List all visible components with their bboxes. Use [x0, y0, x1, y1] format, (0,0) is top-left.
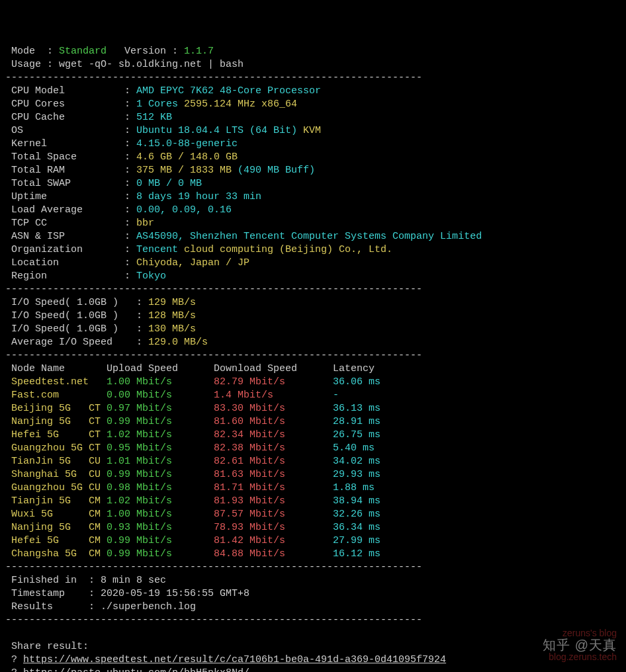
divider: ----------------------------------------… — [5, 284, 422, 295]
node-name: Hefei 5G CT — [5, 429, 107, 441]
sys-value: Tokyo — [136, 271, 166, 282]
sys-value: 512 KB — [136, 112, 172, 123]
sys-value: bbr — [136, 218, 154, 229]
sys-extra: (490 MB Buff) — [232, 165, 315, 176]
upload-speed: 0.98 Mbit/s — [107, 482, 214, 493]
watermark-line3: blog.zeruns.tech — [543, 651, 617, 663]
download-speed: 81.93 Mbit/s — [214, 495, 333, 507]
sys-value: 4.15.0-88-generic — [136, 138, 238, 149]
io-label: I/O Speed( 1.0GB ) : — [5, 323, 148, 335]
sys-value: 8 days 19 hour 33 min — [136, 191, 261, 202]
download-speed: 82.34 Mbit/s — [214, 429, 333, 441]
share-prefix: ? — [5, 667, 23, 672]
latency: 16.12 ms — [333, 548, 380, 560]
download-speed: 82.38 Mbit/s — [214, 442, 333, 454]
io-label: I/O Speed( 1.0GB ) : — [5, 310, 148, 321]
sys-extra: cloud computing (Beijing) Co., Ltd. — [178, 244, 392, 255]
divider: ----------------------------------------… — [5, 614, 422, 626]
terminal-output: Mode : Standard Version : 1.1.7 Usage : … — [5, 45, 621, 672]
latency: 36.06 ms — [333, 376, 380, 388]
share-prefix: ? — [5, 654, 23, 665]
sys-label: CPU Cores : — [5, 99, 136, 110]
latency: 5.40 ms — [333, 442, 375, 454]
node-name: Fast.com — [5, 390, 107, 401]
sys-label: CPU Model : — [5, 85, 136, 97]
sys-label: OS : — [5, 125, 136, 136]
node-name: Hefei 5G CM — [5, 535, 107, 546]
download-speed: 83.30 Mbit/s — [214, 403, 333, 414]
io-label: I/O Speed( 1.0GB ) : — [5, 297, 148, 308]
results-line: Results : ./superbench.log — [5, 601, 196, 612]
download-speed: 84.88 Mbit/s — [214, 548, 333, 560]
sys-value: 4.6 GB / 148.0 GB — [136, 151, 238, 163]
download-speed: 82.61 Mbit/s — [214, 456, 333, 467]
divider: ----------------------------------------… — [5, 72, 422, 83]
io-value: 129 MB/s — [148, 297, 196, 308]
download-speed: 78.93 Mbit/s — [214, 522, 333, 533]
latency: 27.99 ms — [333, 535, 380, 546]
download-speed: 81.71 Mbit/s — [214, 482, 333, 493]
share-title: Share result: — [5, 641, 89, 652]
io-block: I/O Speed( 1.0GB ) : 129 MB/s I/O Speed(… — [5, 296, 621, 349]
speedtest-header: Node Name Upload Speed Download Speed La… — [5, 363, 404, 374]
download-speed: 87.57 Mbit/s — [214, 509, 333, 520]
sys-value: 1 Cores — [136, 99, 178, 110]
upload-speed: 1.01 Mbit/s — [107, 456, 214, 467]
usage-line: Usage : wget -qO- sb.oldking.net | bash — [5, 59, 244, 70]
download-speed: 81.42 Mbit/s — [214, 535, 333, 546]
divider: ----------------------------------------… — [5, 350, 422, 361]
sys-value: AMD EPYC 7K62 48-Core Processor — [136, 85, 321, 97]
sys-value: 0.00, 0.09, 0.16 — [136, 204, 232, 216]
timestamp-line: Timestamp : 2020-05-19 15:56:55 GMT+8 — [5, 588, 249, 599]
upload-speed: 0.99 Mbit/s — [107, 416, 214, 427]
upload-speed: 0.95 Mbit/s — [107, 442, 214, 454]
sys-label: Total Space : — [5, 151, 136, 163]
watermark: zeruns's blog 知乎 @天真 blog.zeruns.tech — [543, 627, 617, 663]
sys-value: Ubuntu 18.04.4 LTS (64 Bit) — [136, 125, 297, 136]
upload-speed: 0.93 Mbit/s — [107, 522, 214, 533]
divider: ----------------------------------------… — [5, 562, 422, 573]
latency: 28.91 ms — [333, 416, 380, 427]
latency: 36.34 ms — [333, 522, 380, 533]
sys-label: Total RAM : — [5, 165, 136, 176]
download-speed: 81.60 Mbit/s — [214, 416, 333, 427]
node-name: Guangzhou 5G CU — [5, 482, 107, 493]
node-name: Speedtest.net — [5, 376, 107, 388]
version-label: Version : — [107, 46, 184, 57]
latency: - — [333, 390, 339, 401]
upload-speed: 0.99 Mbit/s — [107, 535, 214, 546]
latency: 36.13 ms — [333, 403, 380, 414]
node-name: Wuxi 5G CM — [5, 509, 107, 520]
node-name: TianJin 5G CU — [5, 456, 107, 467]
node-name: Nanjing 5G CM — [5, 522, 107, 533]
upload-speed: 0.99 Mbit/s — [107, 469, 214, 480]
sys-value: Chiyoda, Japan / JP — [136, 257, 249, 269]
system-info-block: CPU Model : AMD EPYC 7K62 48-Core Proces… — [5, 85, 621, 283]
latency: 26.75 ms — [333, 429, 380, 441]
download-speed: 1.4 Mbit/s — [214, 390, 333, 401]
io-value: 130 MB/s — [148, 323, 196, 335]
node-name: Nanjing 5G CT — [5, 416, 107, 427]
sys-extra: KVM — [297, 125, 321, 136]
upload-speed: 0.97 Mbit/s — [107, 403, 214, 414]
sys-value: 0 MB / 0 MB — [136, 178, 202, 189]
sys-label: ASN & ISP : — [5, 231, 136, 242]
io-value: 129.0 MB/s — [148, 337, 208, 348]
io-label: Average I/O Speed : — [5, 337, 148, 348]
latency: 34.02 ms — [333, 456, 380, 467]
speedtest-block: Speedtest.net 1.00 Mbit/s 82.79 Mbit/s 3… — [5, 376, 621, 561]
sys-label: CPU Cache : — [5, 112, 136, 123]
upload-speed: 0.99 Mbit/s — [107, 548, 214, 560]
sys-label: Kernel : — [5, 138, 136, 149]
share-link-2[interactable]: https://paste.ubuntu.com/p/hhH5nkx8Nd/ — [23, 667, 249, 672]
upload-speed: 1.02 Mbit/s — [107, 429, 214, 441]
upload-speed: 1.00 Mbit/s — [107, 509, 214, 520]
latency: 1.88 ms — [333, 482, 375, 493]
latency: 38.94 ms — [333, 495, 380, 507]
finished-line: Finished in : 8 min 8 sec — [5, 575, 166, 586]
io-value: 128 MB/s — [148, 310, 196, 321]
watermark-line2: 知乎 @天真 — [543, 639, 617, 651]
share-link-1[interactable]: https://www.speedtest.net/result/c/ca710… — [23, 654, 446, 665]
mode-label: Mode : — [5, 46, 59, 57]
download-speed: 81.63 Mbit/s — [214, 469, 333, 480]
